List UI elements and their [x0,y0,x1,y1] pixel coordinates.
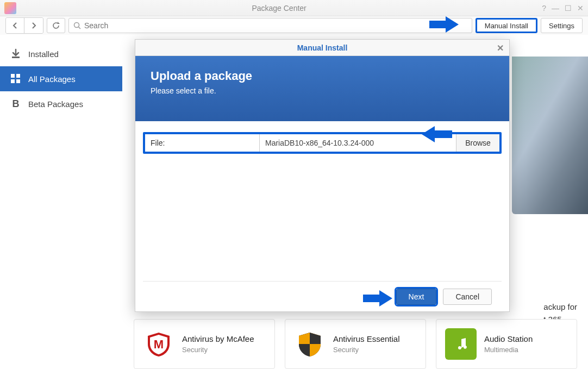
svg-text:M: M [154,337,164,351]
back-button[interactable] [6,18,24,33]
toolbar: Manual Install Settings [0,16,588,35]
dialog-hero: Upload a package Please select a file. [135,56,509,121]
package-category: Security [333,346,400,354]
package-name: Antivirus by McAfee [182,334,254,343]
sidebar-item-label: All Packages [28,74,76,84]
svg-point-0 [74,23,79,28]
search-box[interactable] [68,18,472,33]
cancel-button[interactable]: Cancel [443,289,492,305]
sidebar: Installed All Packages B Beta Packages [0,35,122,369]
beta-icon: B [10,98,22,110]
shield-icon [294,328,326,360]
window-title: Package Center [16,4,542,12]
package-card[interactable]: M Antivirus by McAfee Security [134,319,275,369]
refresh-button[interactable] [47,18,65,33]
browse-button[interactable]: Browse [456,134,499,152]
app-icon [4,2,16,14]
svg-rect-6 [16,79,20,83]
svg-rect-3 [11,74,15,78]
package-category: Security [182,346,254,354]
package-name: Audio Station [484,334,533,343]
search-icon [73,22,81,29]
forward-button[interactable] [24,18,43,33]
refresh-icon [52,22,60,29]
dialog-hero-subtitle: Please select a file. [151,86,494,95]
svg-rect-5 [11,79,15,83]
file-label: File: [145,139,259,147]
sidebar-item-label: Beta Packages [28,99,83,109]
svg-rect-4 [16,74,20,78]
search-input[interactable] [84,21,467,30]
package-card[interactable]: Audio Station Multimedia [436,319,577,369]
banner-image [512,57,588,214]
minimize-icon[interactable]: — [552,4,559,12]
close-icon[interactable]: ✕ [577,4,584,12]
sidebar-item-label: Installed [28,49,59,59]
grid-icon [10,73,22,85]
file-row: File: MariaDB10-x86_64-10.3.24-000 Brows… [143,132,502,154]
dialog-close-button[interactable]: ✕ [497,43,504,53]
next-button[interactable]: Next [396,289,437,305]
maximize-icon[interactable]: ☐ [565,4,572,12]
sidebar-item-all-packages[interactable]: All Packages [0,66,122,91]
mcafee-icon: M [143,328,174,360]
manual-install-button[interactable]: Manual Install [476,18,537,33]
package-card[interactable]: Antivirus Essential Security [285,319,426,369]
dialog-hero-title: Upload a package [151,69,494,83]
titlebar: Package Center ? — ☐ ✕ [0,0,588,16]
svg-line-1 [79,27,81,29]
manual-install-dialog: Manual Install ✕ Upload a package Please… [135,39,510,312]
dialog-title: Manual Install ✕ [135,40,509,56]
package-category: Multimedia [484,346,533,354]
sidebar-item-installed[interactable]: Installed [0,41,122,66]
file-input[interactable]: MariaDB10-x86_64-10.3.24-000 [259,134,456,152]
settings-button[interactable]: Settings [541,18,583,33]
chevron-right-icon [31,22,36,29]
sidebar-item-beta-packages[interactable]: B Beta Packages [0,91,122,116]
chevron-left-icon [12,22,18,29]
help-icon[interactable]: ? [542,4,546,12]
download-icon [10,48,22,60]
svg-rect-2 [12,57,20,58]
package-name: Antivirus Essential [333,334,400,343]
music-icon [445,328,477,360]
